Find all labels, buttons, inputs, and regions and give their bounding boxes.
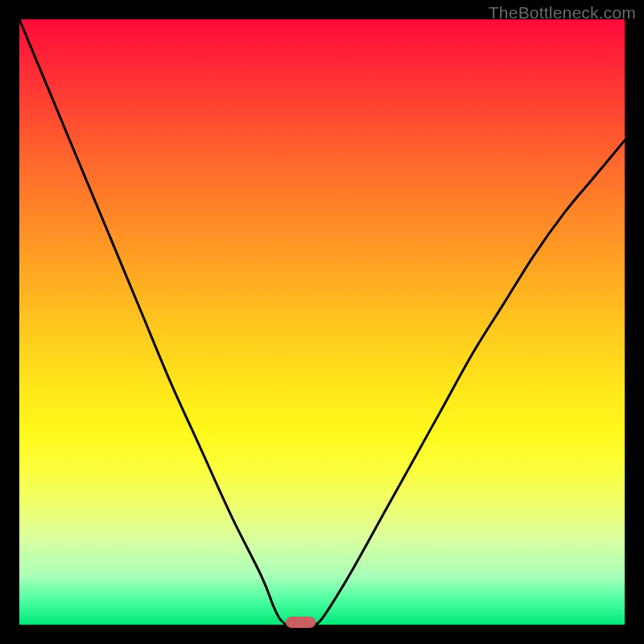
left-curve	[19, 19, 286, 625]
plot-area	[19, 19, 625, 625]
right-curve	[316, 140, 625, 625]
reference-marker	[286, 617, 316, 628]
curve-layer	[19, 19, 625, 625]
watermark-text: TheBottleneck.com	[489, 3, 636, 23]
